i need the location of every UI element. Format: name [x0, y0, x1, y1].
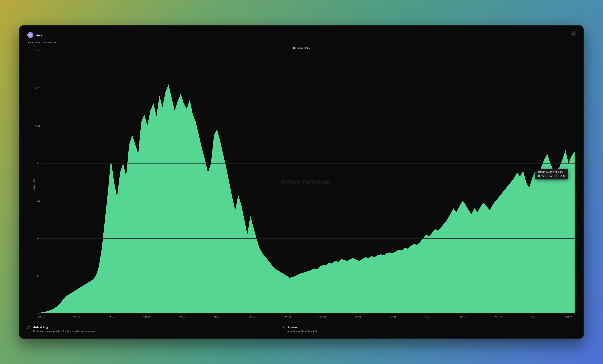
svg-point-1: [31, 35, 31, 36]
panel-title: Aave: [36, 34, 43, 37]
y-axis-label: Active loans: [33, 179, 35, 191]
x-tick-label: Jul '24: [531, 316, 537, 318]
gridline: [41, 88, 575, 88]
y-tick-label: $14b: [32, 49, 40, 52]
gridline: [41, 201, 575, 201]
y-tick-label: $2b: [32, 275, 40, 277]
area-series: [41, 51, 575, 313]
methodology-body: Active loans: average value of outstandi…: [33, 330, 95, 333]
x-tick-label: Jan '21: [38, 316, 45, 318]
methodology-heading: Methodology:: [33, 326, 95, 329]
tooltip-value: $7.599b: [556, 175, 566, 178]
info-icon: i: [282, 326, 285, 329]
gridline: [41, 276, 575, 276]
sources-heading: Sources:: [287, 326, 317, 329]
gridline: [41, 126, 575, 126]
y-tick-label: $8b: [32, 162, 40, 164]
legend-swatch-icon: [293, 47, 295, 49]
chart-legend: Active loans: [27, 47, 576, 49]
x-tick-label: Oct '24: [565, 316, 572, 318]
panel-header: Aave: [27, 32, 576, 38]
x-tick-label: Jul '22: [249, 316, 255, 318]
x-tick-label: Apr '21: [73, 316, 80, 318]
svg-point-0: [29, 35, 30, 36]
x-tick-label: Jan '23: [319, 316, 326, 318]
gridline: [41, 51, 575, 51]
chart-panel: Aave Active loans since launch. Active l…: [19, 25, 584, 339]
info-icon: i: [27, 326, 30, 329]
chart-area[interactable]: Active loans token terminal_ TUESDAY, SE…: [32, 51, 575, 319]
gridline: [41, 239, 575, 239]
aave-logo-icon: [27, 32, 33, 38]
x-tick-label: Jul '21: [108, 316, 115, 318]
chart-tooltip: TUESDAY, SEP 24, 2024 Active loans $7.59…: [535, 169, 568, 180]
tooltip-date: TUESDAY, SEP 24, 2024: [538, 171, 566, 173]
y-tick-label: $4b: [32, 237, 40, 240]
tooltip-series-label: Active loans: [542, 175, 554, 178]
panel-footer: i Methodology: Active loans: average val…: [27, 323, 576, 333]
y-tick-label: $0: [32, 312, 40, 315]
x-tick-label: Apr '22: [214, 316, 220, 318]
close-icon: [572, 33, 574, 35]
legend-series-label: Active loans: [297, 47, 310, 49]
x-tick-label: Oct '23: [425, 316, 432, 318]
y-tick-label: $6b: [32, 200, 40, 202]
plot-region: token terminal_ TUESDAY, SEP 24, 2024 Ac…: [41, 51, 575, 313]
footer-sources: i Sources: Active loans: Token Terminal: [282, 326, 529, 333]
gridline: [41, 314, 575, 314]
y-tick-label: $12b: [32, 87, 40, 89]
x-tick-label: Apr '24: [495, 316, 502, 318]
panel-subtitle: Active loans since launch.: [27, 41, 576, 44]
sources-body: Active loans: Token Terminal: [287, 330, 317, 333]
footer-methodology: i Methodology: Active loans: average val…: [27, 326, 274, 333]
x-tick-label: Jul '23: [390, 316, 396, 318]
x-tick-label: Jan '24: [460, 316, 467, 318]
tooltip-swatch-icon: [538, 175, 540, 177]
x-tick-label: Oct '22: [284, 316, 291, 318]
close-button[interactable]: [571, 31, 576, 36]
x-tick-label: Oct '21: [143, 316, 150, 318]
x-tick-label: Apr '23: [354, 316, 361, 318]
y-tick-label: $10b: [32, 125, 40, 127]
x-tick-label: Jan '22: [179, 316, 186, 318]
